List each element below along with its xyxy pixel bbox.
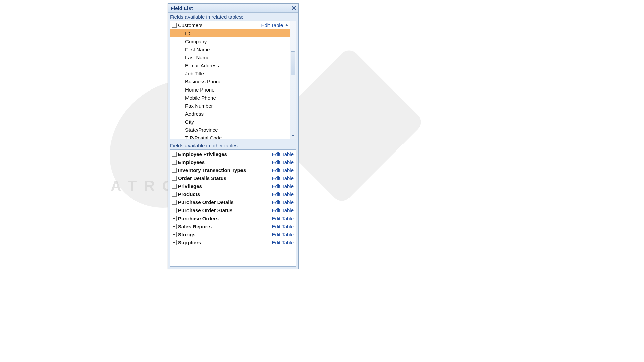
field-item[interactable]: First Name — [170, 45, 290, 53]
collapse-icon[interactable]: − — [172, 23, 177, 28]
field-item[interactable]: Fax Number — [170, 102, 290, 110]
expand-icon[interactable]: + — [172, 152, 177, 157]
expand-icon[interactable]: + — [172, 168, 177, 173]
table-name-label: Sales Reports — [178, 224, 272, 229]
field-item[interactable]: State/Province — [170, 126, 290, 134]
table-name-label: Employee Privileges — [178, 151, 272, 157]
related-tables-label: Fields available in related tables: — [168, 13, 298, 21]
expand-icon[interactable]: + — [172, 240, 177, 245]
table-node[interactable]: +ProductsEdit Table — [170, 190, 296, 198]
field-item[interactable]: Home Phone — [170, 85, 290, 94]
field-item[interactable]: Business Phone — [170, 77, 290, 85]
triangle-up-icon[interactable] — [284, 23, 289, 27]
field-list-panel: Field List Fields available in related t… — [168, 3, 299, 269]
table-name-label: Inventory Transaction Types — [178, 167, 272, 173]
table-name-label: Purchase Order Status — [178, 207, 272, 213]
edit-table-link[interactable]: Edit Table — [272, 159, 294, 165]
edit-table-link[interactable]: Edit Table — [272, 216, 294, 221]
table-node[interactable]: +Inventory Transaction TypesEdit Table — [170, 166, 296, 174]
table-node-customers[interactable]: − Customers Edit Table — [170, 21, 290, 29]
table-node[interactable]: +Employee PrivilegesEdit Table — [170, 150, 296, 158]
expand-icon[interactable]: + — [172, 216, 177, 221]
edit-table-link[interactable]: Edit Table — [272, 224, 294, 229]
close-icon[interactable] — [291, 5, 297, 11]
edit-table-link[interactable]: Edit Table — [272, 151, 294, 157]
table-node[interactable]: +EmployeesEdit Table — [170, 158, 296, 166]
edit-table-link[interactable]: Edit Table — [272, 207, 294, 213]
field-item[interactable]: Job Title — [170, 69, 290, 77]
field-item[interactable]: Company — [170, 37, 290, 45]
table-node[interactable]: +Purchase Order StatusEdit Table — [170, 206, 296, 214]
related-tables-box: − Customers Edit Table IDCompanyFirst Na… — [170, 21, 296, 139]
field-item[interactable]: Last Name — [170, 53, 290, 61]
field-item[interactable]: Address — [170, 110, 290, 118]
scrollbar-vertical[interactable] — [290, 21, 296, 139]
edit-table-link[interactable]: Edit Table — [272, 175, 294, 181]
edit-table-link[interactable]: Edit Table — [272, 232, 294, 237]
table-node[interactable]: +StringsEdit Table — [170, 230, 296, 238]
edit-table-link[interactable]: Edit Table — [272, 199, 294, 205]
field-item[interactable]: E-mail Address — [170, 61, 290, 69]
table-node[interactable]: +Sales ReportsEdit Table — [170, 222, 296, 230]
edit-table-link[interactable]: Edit Table — [261, 22, 283, 28]
expand-icon[interactable]: + — [172, 184, 177, 189]
scroll-down-icon[interactable] — [290, 133, 296, 138]
table-name-label: Suppliers — [178, 240, 272, 245]
other-tables-label: Fields available in other tables: — [168, 141, 298, 149]
expand-icon[interactable]: + — [172, 208, 177, 213]
related-tables-content: − Customers Edit Table IDCompanyFirst Na… — [170, 21, 290, 139]
expand-icon[interactable]: + — [172, 176, 177, 181]
expand-icon[interactable]: + — [172, 232, 177, 237]
expand-icon[interactable]: + — [172, 224, 177, 229]
expand-icon[interactable]: + — [172, 160, 177, 165]
table-name-label: Employees — [178, 159, 272, 165]
scrollbar-thumb[interactable] — [291, 51, 295, 75]
edit-table-link[interactable]: Edit Table — [272, 167, 294, 173]
table-name-label: Order Details Status — [178, 175, 272, 181]
field-item[interactable]: Mobile Phone — [170, 94, 290, 102]
expand-icon[interactable]: + — [172, 200, 177, 205]
edit-table-link[interactable]: Edit Table — [272, 240, 294, 245]
table-name-label: Customers — [178, 22, 261, 28]
table-node[interactable]: +PrivilegesEdit Table — [170, 182, 296, 190]
edit-table-link[interactable]: Edit Table — [272, 183, 294, 189]
field-item[interactable]: ZIP/Postal Code — [170, 134, 290, 139]
table-name-label: Strings — [178, 232, 272, 237]
panel-title: Field List — [171, 5, 193, 11]
titlebar: Field List — [168, 4, 298, 13]
expand-icon[interactable]: + — [172, 192, 177, 197]
field-item[interactable]: ID — [170, 29, 290, 37]
table-name-label: Purchase Order Details — [178, 199, 272, 205]
table-node[interactable]: +Order Details StatusEdit Table — [170, 174, 296, 182]
table-node[interactable]: +Purchase Order DetailsEdit Table — [170, 198, 296, 206]
table-node[interactable]: +SuppliersEdit Table — [170, 238, 296, 246]
field-item[interactable]: City — [170, 118, 290, 126]
table-node[interactable]: +Purchase OrdersEdit Table — [170, 214, 296, 222]
table-name-label: Products — [178, 191, 272, 197]
table-name-label: Purchase Orders — [178, 216, 272, 221]
other-tables-box: +Employee PrivilegesEdit Table+Employees… — [170, 149, 296, 267]
table-name-label: Privileges — [178, 183, 272, 189]
edit-table-link[interactable]: Edit Table — [272, 191, 294, 197]
